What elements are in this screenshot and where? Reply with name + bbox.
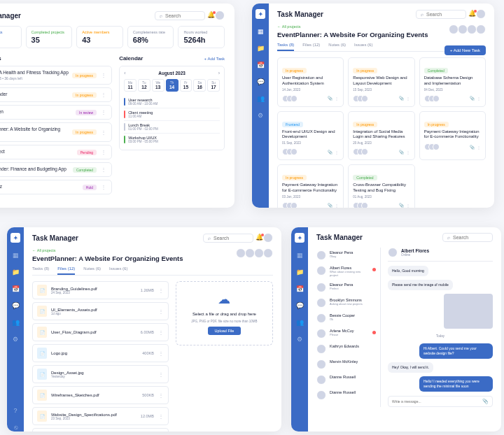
grid-icon[interactable]: ▦ (256, 27, 265, 36)
message-image[interactable] (444, 294, 493, 329)
more-icon[interactable]: ⋮ (101, 92, 106, 98)
task-card[interactable]: FrontendFront-end UI/UX Design and Devel… (277, 111, 344, 161)
more-icon[interactable]: ⋮ (101, 129, 106, 136)
folder-icon[interactable]: 📁 (11, 268, 20, 276)
calendar-event[interactable]: User research09:00 AM - 10:00 AM (124, 96, 220, 108)
task-card[interactable]: In progressResponsive Web Design and Lay… (348, 57, 414, 107)
users-icon[interactable]: 👥 (11, 318, 20, 327)
file-row[interactable]: 📄Branding_Guidelines.pdf24 Sep, 20231.26… (32, 281, 169, 299)
more-icon[interactable]: ⋮ (158, 350, 164, 357)
task-card[interactable]: CompletedDatabase Schema Design and Impl… (419, 57, 486, 107)
conversation-item[interactable]: Marvin McKinley (316, 357, 376, 372)
search-box[interactable]: ⌕ (203, 234, 253, 243)
message-input-box[interactable]: 📎 (388, 396, 493, 407)
more-icon[interactable]: ⋮ (158, 413, 164, 420)
help-icon[interactable]: ? (11, 406, 20, 415)
more-icon[interactable]: ⋮ (477, 145, 481, 150)
project-row[interactable]: FitTrack: A Health and Fitness Tracking … (0, 66, 112, 85)
folder-icon[interactable]: 📁 (256, 44, 265, 52)
bell-icon[interactable]: 🔔 (255, 234, 264, 242)
more-icon[interactable]: ⋮ (406, 150, 410, 155)
users-icon[interactable]: 👥 (256, 94, 265, 103)
more-icon[interactable]: ⋮ (101, 109, 106, 115)
search-input[interactable] (453, 235, 488, 240)
file-row[interactable]: 📄User_Flow_Diagram.pdf6.00MB⋮ (32, 323, 169, 341)
search-box[interactable]: ⌕ (442, 233, 493, 242)
project-row[interactable]: EcoGardenIn review⋮ (0, 105, 112, 120)
file-row[interactable]: 📄Image.png23 Sep, 2023⋮ (32, 428, 169, 432)
conversation-item[interactable]: Arlene McCoyPlease (316, 326, 376, 341)
chat-icon[interactable]: 💬 (11, 301, 20, 310)
task-card[interactable]: In progressPayment Gateway Integration f… (419, 111, 486, 161)
task-card[interactable]: In progressUser Registration and Authent… (277, 57, 344, 107)
bell-icon[interactable]: 🔔 (207, 11, 216, 20)
conversation-item[interactable]: Eleanor PenaOkay (316, 248, 376, 263)
chat-icon[interactable]: 💬 (256, 78, 265, 86)
more-icon[interactable]: ⋮ (335, 150, 339, 155)
avatar[interactable] (263, 233, 273, 243)
calendar-day[interactable]: Sa16 (193, 79, 206, 92)
more-icon[interactable]: ⋮ (101, 184, 106, 190)
logo-icon[interactable]: ✦ (295, 233, 304, 243)
add-task-button[interactable]: + Add New Task (444, 45, 486, 55)
conversation-item[interactable]: Brooklyn SimmonsAsking about new project… (316, 295, 376, 311)
file-row[interactable]: 📄Design_Asset.jpgYesterday⋮ (32, 365, 169, 383)
conversation-item[interactable]: Bessie CooperOk (316, 311, 376, 326)
task-card[interactable]: In progressIntegration of Social Media L… (348, 111, 414, 161)
file-row[interactable]: 📄Website_Design_Specifications.pdf23 Sep… (32, 407, 169, 425)
calendar-icon[interactable]: 📅 (11, 285, 20, 293)
more-icon[interactable]: ⋮ (335, 96, 339, 101)
chevron-right-icon[interactable]: › (218, 71, 220, 76)
gear-icon[interactable]: ⚙ (256, 111, 265, 120)
search-box[interactable]: ⌕ (155, 11, 205, 20)
tab[interactable]: Notes (6) (83, 266, 101, 275)
calendar-icon[interactable]: 📅 (256, 61, 265, 69)
logo-icon[interactable]: ✦ (255, 9, 265, 19)
conversation-item[interactable]: Dianne Russell (316, 387, 376, 403)
message-input[interactable] (392, 399, 479, 404)
file-row[interactable]: 📄Wireframes_Sketches.pdf500KB⋮ (32, 386, 169, 404)
calendar-day[interactable]: Fr15 (180, 79, 192, 92)
search-input[interactable] (426, 12, 461, 17)
calendar-icon[interactable]: 📅 (295, 285, 304, 293)
tab[interactable]: Issues (6) (109, 266, 127, 275)
grid-icon[interactable]: ▦ (295, 251, 304, 259)
project-row[interactable]: EventPlanner: A Website for Organizing E… (0, 122, 112, 142)
tab[interactable]: Tasks (8) (32, 266, 49, 275)
calendar-event[interactable]: Workshop UI/UX03:00 PM - 05:00 PM (124, 133, 220, 145)
project-row[interactable]: MoneyMinder: Finance and Budgeting AppCo… (0, 162, 112, 177)
project-row[interactable]: EventBuzzHold⋮ (0, 180, 112, 194)
conversation-item[interactable]: Kathryn Edwards (316, 341, 376, 357)
grid-icon[interactable]: ▦ (11, 251, 20, 259)
upload-dropzone[interactable]: ☁ Select a file or drag and drop here JP… (176, 281, 273, 345)
conversation-item[interactable]: Albert FloresWhat about creating new pro… (316, 263, 376, 280)
breadcrumb[interactable]: ← All projects (277, 24, 428, 29)
calendar-day[interactable]: Mo11 (124, 79, 136, 92)
search-input[interactable] (214, 236, 248, 241)
conversation-item[interactable]: Eleanor PenaPerfect (316, 280, 376, 295)
avatar[interactable] (215, 10, 225, 20)
breadcrumb[interactable]: ← All projects (32, 248, 183, 252)
more-icon[interactable]: ⋮ (406, 203, 410, 208)
search-input[interactable] (165, 13, 200, 18)
chevron-left-icon[interactable]: ‹ (124, 71, 125, 76)
calendar-day[interactable]: Th14 (166, 79, 178, 92)
calendar-day[interactable]: Tu12 (138, 79, 150, 92)
more-icon[interactable]: ⋮ (158, 392, 164, 399)
logout-icon[interactable]: ⎋ (11, 423, 20, 432)
more-icon[interactable]: ⋮ (158, 287, 164, 294)
more-icon[interactable]: ⋮ (477, 96, 481, 101)
project-row[interactable]: FoodieFinderIn progress⋮ (0, 87, 112, 102)
file-row[interactable]: 📄UI_Elements_Assets.pdf1d ago⋮ (32, 302, 169, 320)
more-icon[interactable]: ⋮ (406, 96, 410, 101)
task-card[interactable]: In progressPayment Gateway Integration f… (277, 164, 344, 208)
tab[interactable]: Notes (6) (328, 43, 346, 51)
project-row[interactable]: JobConnectPending⋮ (0, 145, 112, 159)
more-icon[interactable]: ⋮ (158, 308, 164, 315)
chat-icon[interactable]: 💬 (295, 301, 304, 310)
more-icon[interactable]: ⋮ (335, 203, 339, 208)
more-icon[interactable]: ⋮ (101, 149, 106, 155)
gear-icon[interactable]: ⚙ (295, 335, 304, 343)
calendar-day[interactable]: Su17 (207, 79, 220, 92)
gear-icon[interactable]: ⚙ (11, 335, 20, 343)
